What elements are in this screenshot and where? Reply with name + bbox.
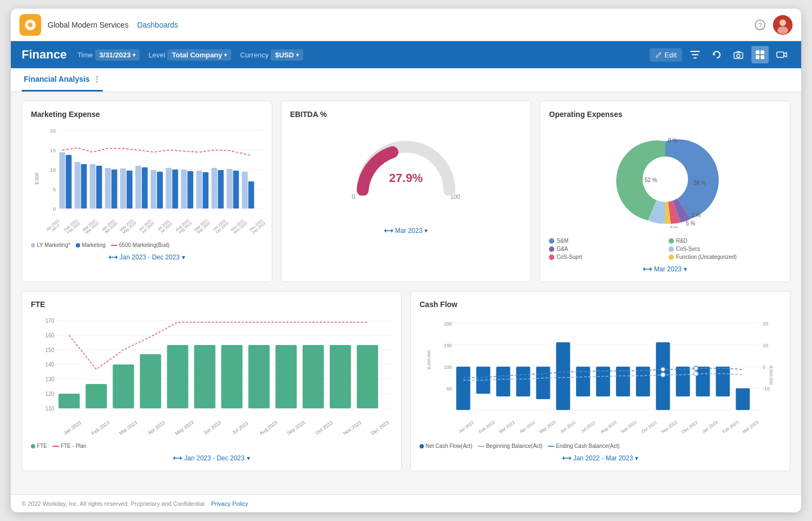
svg-text:110: 110 [45,406,55,412]
time-value[interactable]: 3/31/2023 ▾ [95,49,140,61]
fte-xaxis: Jan 2023 Feb 2023 Mar 2023 Apr 2023 May … [57,424,392,440]
marketing-footer[interactable]: Jan 2023 - Dec 2023 ▾ [31,253,263,261]
svg-rect-82 [58,394,80,408]
svg-marker-67 [650,267,652,271]
svg-rect-13 [761,55,764,59]
svg-rect-45 [172,170,178,209]
svg-text:150: 150 [45,347,55,353]
marketing-chart-svg: 20 15 10 5 0 [41,125,263,225]
page-footer: © 2022 Workday, Inc. All rights reserved… [11,494,801,512]
currency-label: Currency [240,51,269,59]
svg-text:140: 140 [45,362,55,368]
dashboards-link[interactable]: Dashboards [137,21,178,29]
svg-rect-41 [112,170,117,209]
svg-rect-35 [212,168,218,209]
opex-chart-area: 52 % 38 % 5 % 2 % 0 % 2 % [549,125,781,233]
footer-chevron-icon: ▾ [424,227,428,235]
copyright-text: © 2022 Workday, Inc. All rights reserved… [22,500,205,507]
svg-text:50: 50 [447,386,452,392]
opex-card: Operating Expenses [540,101,790,282]
opex-footer[interactable]: Mar 2023 ▾ [549,265,781,273]
svg-point-9 [737,54,740,57]
svg-text:150: 150 [444,343,452,348]
svg-rect-113 [516,367,530,396]
financial-analysis-tab[interactable]: Financial Analysis ⋮ [22,68,103,92]
svg-rect-92 [330,345,351,408]
svg-point-126 [661,367,665,372]
tab-menu-icon[interactable]: ⋮ [93,75,101,83]
app-name: Global Modern Services [48,21,128,29]
camera-icon-button[interactable] [730,46,747,63]
svg-rect-39 [81,164,87,209]
currency-value[interactable]: $USD ▾ [271,49,303,61]
ebitda-footer[interactable]: Mar 2023 ▾ [290,227,522,235]
svg-rect-7 [693,57,697,58]
currency-filter[interactable]: Currency $USD ▾ [240,49,303,61]
svg-rect-10 [756,50,759,54]
fte-title: FTE [31,300,392,309]
svg-point-127 [693,372,698,376]
level-label: Level [148,51,165,59]
svg-rect-40 [96,166,102,209]
svg-rect-34 [196,171,202,209]
svg-marker-96 [180,456,182,460]
svg-text:20: 20 [763,321,768,327]
svg-rect-84 [113,364,134,408]
svg-rect-87 [194,345,215,408]
svg-text:38 %: 38 % [693,180,706,186]
privacy-policy-link[interactable]: Privacy Policy [211,500,248,507]
svg-rect-14 [777,52,784,57]
svg-rect-85 [140,354,161,408]
footer-chevron-icon: ▾ [684,265,687,273]
svg-rect-90 [276,345,297,408]
svg-rect-43 [142,167,148,209]
footer-chevron-icon: ▾ [247,454,250,462]
svg-rect-6 [692,54,698,55]
svg-rect-37 [242,172,248,209]
edit-button[interactable]: Edit [650,48,682,62]
svg-rect-122 [696,367,710,396]
calendar-range-icon [643,266,652,272]
svg-text:170: 170 [45,318,55,324]
marketing-legend: LY Marketing* Marketing 6500 Marketing(B… [31,242,263,248]
svg-text:0 %: 0 % [668,138,677,144]
help-icon[interactable]: ? [751,16,769,34]
svg-rect-121 [676,367,690,396]
svg-rect-42 [127,171,133,209]
svg-rect-32 [166,168,172,209]
level-filter[interactable]: Level Total Company ▾ [148,49,231,61]
svg-text:2 %: 2 % [691,212,700,218]
svg-rect-47 [202,172,208,209]
level-value[interactable]: Total Company ▾ [167,49,231,61]
svg-text:5 %: 5 % [686,220,695,226]
svg-marker-57 [391,229,393,233]
ebitda-card: EBITDA % 27.9% 0 10 [281,101,532,282]
video-icon-button[interactable] [773,46,790,63]
currency-chevron-icon: ▾ [296,52,299,58]
svg-marker-52 [109,255,110,259]
cashflow-footer[interactable]: Jan 2022 - Mar 2023 ▾ [420,454,781,462]
svg-point-125 [661,373,665,377]
filter-icon-button[interactable] [686,46,704,63]
svg-point-128 [693,366,698,370]
svg-text:27.9%: 27.9% [389,171,423,185]
svg-text:130: 130 [45,376,55,382]
time-filter[interactable]: Time 3/31/2023 ▾ [77,49,140,61]
user-avatar[interactable] [773,15,793,35]
svg-rect-89 [248,345,270,408]
top-row: Marketing Expense $,000 20 15 [22,101,790,282]
ebitda-title: EBITDA % [290,110,522,119]
fte-legend: FTE FTE - Plan [31,443,392,449]
video-icon [776,51,787,58]
cashflow-chart-area: $,000,000 $,000,000 200 150 100 [420,315,781,440]
svg-rect-124 [736,388,750,410]
svg-text:-10: -10 [763,386,770,392]
refresh-icon-button[interactable] [708,46,725,63]
svg-rect-36 [227,169,233,209]
fte-footer[interactable]: Jan 2023 - Dec 2023 ▾ [31,454,392,462]
top-navigation: Global Modern Services Dashboards ? [11,9,801,41]
svg-text:?: ? [758,22,762,29]
opex-title: Operating Expenses [549,110,781,119]
svg-rect-5 [690,51,700,52]
grid-icon-button[interactable] [751,46,769,63]
